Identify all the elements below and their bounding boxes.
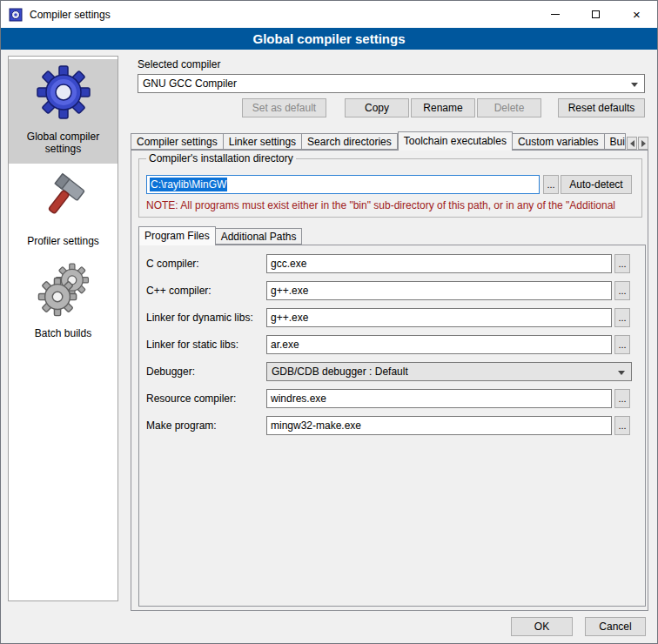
delete-button: Delete — [477, 98, 541, 117]
browse-directory-button[interactable]: ... — [543, 175, 559, 194]
cpp-compiler-browse-button[interactable]: ... — [614, 281, 630, 300]
sidebar-item-profiler-settings[interactable]: Profiler settings — [9, 164, 118, 256]
linker-dynamic-label: Linker for dynamic libs: — [146, 308, 253, 327]
linker-dynamic-browse-button[interactable]: ... — [614, 308, 630, 327]
profiler-tool-icon — [36, 169, 91, 225]
sidebar-item-label: Profiler settings — [27, 235, 99, 247]
maximize-icon — [592, 10, 600, 18]
chevron-down-icon — [631, 83, 638, 87]
tab-compiler-settings[interactable]: Compiler settings — [131, 133, 224, 150]
minimize-icon — [551, 14, 560, 15]
settings-tabstrip: Compiler settings Linker settings Search… — [131, 131, 648, 150]
titlebar: Compiler settings × — [1, 1, 657, 28]
tab-build-truncated[interactable]: Buil — [605, 133, 626, 150]
installation-directory-input[interactable]: C:\raylib\MinGW — [146, 175, 540, 194]
program-files-tabstrip: Program Files Additional Paths — [138, 226, 302, 245]
linker-dynamic-input[interactable] — [266, 308, 612, 327]
close-icon: × — [633, 8, 641, 21]
cpp-compiler-input[interactable] — [266, 281, 612, 300]
window-icon — [9, 8, 23, 22]
ok-button[interactable]: OK — [511, 617, 573, 636]
scroll-right-icon — [641, 140, 646, 147]
stacked-gears-icon — [36, 261, 91, 317]
tab-scroll-left-button[interactable] — [627, 137, 637, 150]
window-title: Compiler settings — [30, 9, 111, 21]
linker-static-browse-button[interactable]: ... — [614, 335, 630, 354]
selected-compiler-label: Selected compiler — [138, 58, 220, 70]
make-program-browse-button[interactable]: ... — [614, 416, 630, 435]
cancel-button[interactable]: Cancel — [585, 617, 646, 636]
linker-static-label: Linker for static libs: — [146, 335, 238, 354]
reset-defaults-button[interactable]: Reset defaults — [558, 98, 645, 117]
subtab-additional-paths[interactable]: Additional Paths — [216, 228, 303, 245]
sidebar-item-label: Batch builds — [35, 327, 91, 339]
main-panel: Selected compiler GNU GCC Compiler Set a… — [131, 56, 648, 617]
make-program-label: Make program: — [146, 416, 217, 435]
installation-directory-groupbox: Compiler's installation directory C:\ray… — [138, 158, 642, 218]
sidebar-item-global-compiler-settings[interactable]: Global compiler settings — [9, 59, 118, 164]
selected-compiler-value: GNU GCC Compiler — [143, 77, 237, 90]
installation-directory-value: C:\raylib\MinGW — [150, 178, 227, 191]
subtab-program-files[interactable]: Program Files — [138, 226, 216, 245]
minimize-button[interactable] — [534, 1, 575, 28]
gear-icon — [36, 64, 91, 120]
resource-compiler-label: Resource compiler: — [146, 389, 236, 408]
debugger-label: Debugger: — [146, 362, 195, 381]
sidebar-item-batch-builds[interactable]: Batch builds — [9, 256, 118, 348]
resource-compiler-input[interactable] — [266, 389, 612, 408]
debugger-dropdown[interactable]: GDB/CDB debugger : Default — [266, 362, 632, 381]
set-as-default-button: Set as default — [242, 98, 326, 117]
tab-scroll-right-button[interactable] — [638, 137, 648, 150]
make-program-input[interactable] — [266, 416, 612, 435]
caption-buttons: × — [534, 1, 657, 28]
copy-button[interactable]: Copy — [345, 98, 409, 117]
tabs-row: Compiler settings Linker settings Search… — [131, 131, 626, 151]
groupbox-title: Compiler's installation directory — [146, 152, 296, 164]
tab-custom-variables[interactable]: Custom variables — [513, 133, 605, 150]
selected-compiler-dropdown[interactable]: GNU GCC Compiler — [138, 74, 645, 93]
toolchain-executables-page: Compiler's installation directory C:\ray… — [131, 150, 648, 611]
sidebar-item-label: Global compiler settings — [11, 131, 115, 155]
dialog-header: Global compiler settings — [1, 28, 657, 50]
c-compiler-browse-button[interactable]: ... — [614, 254, 630, 273]
maximize-button[interactable] — [575, 1, 616, 28]
scroll-left-icon — [630, 140, 634, 147]
settings-category-sidebar: Global compiler settings Profiler settin… — [8, 56, 118, 601]
tab-toolchain-executables[interactable]: Toolchain executables — [398, 131, 513, 151]
cpp-compiler-label: C++ compiler: — [146, 281, 212, 300]
rename-button[interactable]: Rename — [411, 98, 475, 117]
chevron-down-icon — [618, 371, 625, 375]
compiler-settings-window: Compiler settings × Global compiler sett… — [0, 0, 658, 644]
tab-linker-settings[interactable]: Linker settings — [224, 133, 302, 150]
c-compiler-input[interactable] — [266, 254, 612, 273]
tab-search-directories[interactable]: Search directories — [302, 133, 398, 150]
resource-compiler-browse-button[interactable]: ... — [614, 389, 630, 408]
program-files-page: C compiler: ... C++ compiler: ... Linker… — [138, 245, 646, 607]
c-compiler-label: C compiler: — [146, 254, 199, 273]
linker-static-input[interactable] — [266, 335, 612, 354]
auto-detect-button[interactable]: Auto-detect — [561, 175, 632, 194]
note-text: NOTE: All programs must exist either in … — [146, 199, 639, 211]
close-button[interactable]: × — [616, 1, 657, 28]
debugger-value: GDB/CDB debugger : Default — [272, 366, 408, 378]
